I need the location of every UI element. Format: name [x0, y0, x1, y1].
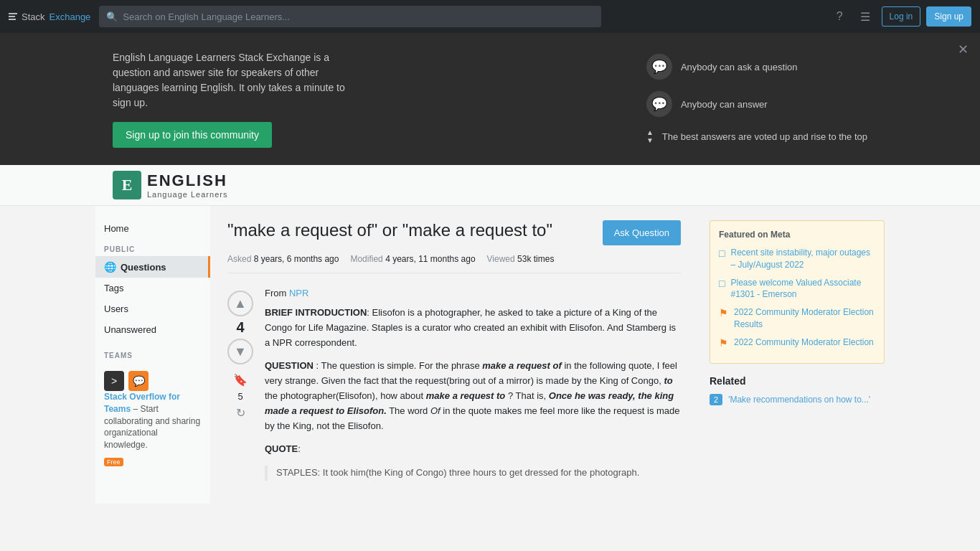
site-logo[interactable]: StackExchange [9, 11, 90, 22]
teams-icons: > 💬 [104, 371, 202, 391]
question-header: "make a request of" or "make a request t… [227, 220, 681, 245]
search-input[interactable] [99, 6, 601, 27]
sidebar-item-tags[interactable]: Tags [95, 278, 210, 298]
stack-exchange-icon [9, 13, 17, 20]
question-body: ▲ 4 ▼ 🔖 5 ↻ From NPR BRIEF INTRODUCTION:… [227, 288, 681, 489]
related-item-1: 2 'Make recommendations on how to...' [710, 394, 885, 406]
public-section-label: PUBLIC [95, 240, 210, 256]
hero-description: English Language Learners Stack Exchange… [113, 50, 357, 110]
viewed-meta: Viewed 53k times [487, 254, 555, 264]
intro-label: BRIEF INTRODUCTION [265, 307, 367, 318]
question-title: "make a request of" or "make a request t… [227, 220, 591, 240]
feature-answer-text: Anybody can answer [681, 99, 768, 110]
asked-meta: Asked 8 years, 6 months ago [227, 254, 339, 264]
featured-meta-link-1[interactable]: Recent site instability, major outages –… [730, 247, 875, 271]
quote-text: STAPLES: It took him(the King of Congo) … [276, 466, 681, 481]
sidebar-item-questions[interactable]: 🌐 Questions [95, 256, 210, 278]
meta-square-icon-2: □ [719, 278, 725, 289]
hero-signup-button[interactable]: Sign up to join this community [113, 122, 272, 148]
site-logo-icon: E [113, 171, 141, 199]
modified-meta: Modified 4 years, 11 months ago [350, 254, 475, 264]
teams-chat-icon: 💬 [128, 371, 149, 391]
sidebar-unanswered-label: Unanswered [104, 324, 156, 335]
site-name-small: Language Learners [147, 190, 227, 199]
teams-section-label: TEAMS [95, 346, 210, 362]
site-logo-area[interactable]: E ENGLISH Language Learners [113, 171, 867, 199]
featured-meta-item-2: □ Please welcome Valued Associate #1301 … [719, 277, 875, 301]
featured-meta-title: Featured on Meta [719, 230, 875, 240]
question-paragraph: QUESTION : The question is simple. For t… [265, 359, 681, 433]
meta-bookmark-icon-2: ⚑ [719, 337, 728, 349]
teams-terminal-icon: > [104, 371, 124, 391]
featured-meta-link-2[interactable]: Please welcome Valued Associate #1301 - … [730, 277, 875, 301]
question-content: From NPR BRIEF INTRODUCTION: Elisofon is… [265, 288, 681, 489]
history-button[interactable]: ↻ [236, 406, 245, 420]
feature-ask: 💬 Anybody can ask a question [646, 54, 867, 80]
meta-bookmark-icon-1: ⚑ [719, 307, 728, 319]
source-link[interactable]: NPR [289, 288, 308, 298]
feature-answer: 💬 Anybody can answer [646, 91, 867, 117]
right-sidebar: Featured on Meta □ Recent site instabili… [698, 206, 885, 504]
free-badge: Free [104, 458, 123, 466]
meta-square-icon-1: □ [719, 248, 725, 259]
intro-paragraph: BRIEF INTRODUCTION: Elisofon is a photog… [265, 306, 681, 350]
related-title: Related [710, 375, 885, 387]
ask-icon: 💬 [646, 54, 672, 80]
vote-count: 4 [236, 319, 244, 336]
answer-icon: 💬 [646, 91, 672, 117]
sidebar-users-label: Users [104, 303, 128, 314]
question-body-text: BRIEF INTRODUCTION: Elisofon is a photog… [265, 306, 681, 481]
sidebar-item-home[interactable]: Home [95, 217, 210, 240]
top-navigation: StackExchange 🔍 ? ☰ Log in Sign up [0, 0, 980, 33]
content-area: "make a request of" or "make a request t… [210, 206, 698, 504]
vote-column: ▲ 4 ▼ 🔖 5 ↻ [227, 288, 253, 489]
feature-vote: ▲ ▼ The best answers are voted up and ri… [646, 128, 867, 144]
sidebar-tags-label: Tags [104, 283, 123, 293]
make-request-to: make a request to [426, 390, 506, 401]
feature-ask-text: Anybody can ask a question [681, 62, 798, 72]
sidebar: Home PUBLIC 🌐 Questions Tags Users Unans… [95, 206, 210, 504]
site-header: E ENGLISH Language Learners [0, 165, 980, 206]
bookmark-count: 5 [237, 391, 242, 402]
vote-actions: 🔖 5 ↻ [233, 373, 248, 420]
question-meta: Asked 8 years, 6 months ago Modified 4 y… [227, 254, 681, 273]
help-button[interactable]: ? [831, 7, 849, 26]
upvote-button[interactable]: ▲ [227, 291, 253, 316]
search-bar: 🔍 [99, 6, 601, 27]
close-banner-button[interactable]: ✕ [958, 42, 969, 57]
logo-stack-text: Stack [22, 11, 45, 22]
quote-block: STAPLES: It took him(the King of Congo) … [265, 466, 681, 481]
nav-right: ? ☰ Log in Sign up [831, 6, 971, 27]
related-box: Related 2 'Make recommendations on how t… [710, 375, 885, 406]
sidebar-item-users[interactable]: Users [95, 298, 210, 319]
search-icon: 🔍 [106, 11, 118, 22]
featured-meta-item-1: □ Recent site instability, major outages… [719, 247, 875, 271]
hero-text: English Language Learners Stack Exchange… [113, 50, 357, 148]
related-score-1: 2 [710, 394, 722, 405]
sidebar-item-unanswered[interactable]: Unanswered [95, 319, 210, 340]
teams-promo: > 💬 Stack Overflow for Teams – Start col… [95, 362, 210, 472]
sidebar-questions-label: Questions [121, 262, 166, 273]
featured-meta-item-4: ⚑ 2022 Community Moderator Election [719, 336, 875, 349]
ask-question-button[interactable]: Ask Question [603, 220, 681, 245]
signup-button[interactable]: Sign up [926, 6, 971, 27]
feature-vote-text: The best answers are voted up and rise t… [662, 131, 867, 142]
source-line: From NPR [265, 288, 681, 298]
featured-meta-link-3[interactable]: 2022 Community Moderator Election Result… [734, 306, 875, 331]
site-logo-text: ENGLISH Language Learners [147, 171, 227, 199]
logo-exchange-text: Exchange [50, 11, 91, 22]
related-link-1[interactable]: 'Make recommendations on how to...' [728, 394, 870, 406]
inbox-button[interactable]: ☰ [854, 7, 876, 27]
bookmark-button[interactable]: 🔖 [233, 373, 248, 387]
teams-promo-text: Stack Overflow for Teams – Start collabo… [104, 391, 202, 451]
downvote-button[interactable]: ▼ [227, 339, 253, 364]
featured-meta-item-3: ⚑ 2022 Community Moderator Election Resu… [719, 306, 875, 331]
site-name-big: ENGLISH [147, 171, 227, 190]
login-button[interactable]: Log in [882, 6, 921, 27]
vote-arrows-icon: ▲ ▼ [646, 128, 654, 144]
quote-label: QUOTE [265, 443, 298, 454]
quote-label-para: QUOTE: [265, 442, 681, 457]
featured-meta-box: Featured on Meta □ Recent site instabili… [710, 220, 885, 364]
of-word: Of [430, 405, 440, 416]
featured-meta-link-4[interactable]: 2022 Community Moderator Election [734, 336, 874, 349]
